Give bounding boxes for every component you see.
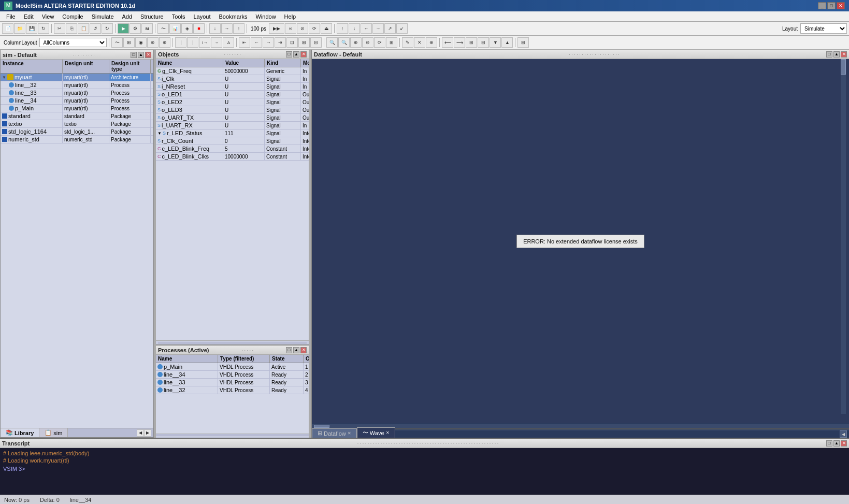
run-button[interactable]: ▶ (118, 23, 129, 34)
compile-button[interactable]: ⚙ (129, 23, 141, 34)
wave-nav7[interactable]: ⊟ (310, 37, 322, 48)
obj-row-cledblinkfreq[interactable]: Cc_LED_Blink_Freq 5 Constant Internal (156, 145, 309, 153)
menu-view[interactable]: View (38, 12, 59, 21)
end-sim-button[interactable]: ⏏ (321, 23, 332, 34)
bk4[interactable]: ⊟ (478, 37, 489, 48)
menu-simulate[interactable]: Simulate (88, 12, 118, 21)
sim-row-standard[interactable]: standard standard Package (1, 112, 153, 120)
obj-row-oled2[interactable]: So_LED2 U Signal Out (156, 98, 309, 106)
log-button[interactable]: 📊 (169, 23, 181, 34)
sim-panel-close[interactable]: ✕ (145, 52, 151, 58)
transcript-close[interactable]: ✕ (841, 440, 847, 447)
bk5[interactable]: ▼ (490, 37, 501, 48)
sim-proc-btn[interactable]: ⊛ (147, 37, 159, 48)
save-button[interactable]: 💾 (26, 23, 37, 34)
restart-button[interactable]: ⟳ (309, 23, 320, 34)
sim-log-btn[interactable]: ⊞ (123, 37, 135, 48)
proc-row-line32[interactable]: line__32 VHDL Process Ready 4 (156, 386, 309, 394)
proc-max[interactable]: ▲ (293, 347, 299, 353)
redo-button[interactable]: ↻ (102, 23, 113, 34)
edit1[interactable]: ✎ (402, 37, 413, 48)
zoom5[interactable]: ⟳ (374, 37, 385, 48)
refresh-button[interactable]: ↻ (38, 23, 49, 34)
dataflow-tab-close[interactable]: ✕ (348, 431, 351, 436)
transcript-content[interactable]: # Loading ieee.numeric_std(body) # Loadi… (0, 448, 849, 495)
wave-button[interactable]: 〜 (157, 23, 169, 34)
sim-row-line34[interactable]: line__34 myuart(rtl) Process (1, 97, 153, 105)
sim-wave-btn[interactable]: 〜 (111, 37, 123, 48)
objects-float[interactable]: □ (286, 51, 292, 57)
sim-row-stdlogic[interactable]: std_logic_1164 std_logic_1... Package (1, 128, 153, 136)
maximize-button[interactable]: □ (827, 2, 836, 9)
menu-layout[interactable]: Layout (189, 12, 214, 21)
obj-row-oled1[interactable]: So_LED1 U Signal Out (156, 91, 309, 98)
obj-row-gclkfreq[interactable]: Gg_Clk_Freq 50000000 Generic In (156, 67, 309, 75)
menu-add[interactable]: Add (118, 12, 137, 21)
close-button[interactable]: ✕ (837, 2, 845, 9)
wave-nav2[interactable]: ← (251, 37, 262, 48)
obj-row-oled3[interactable]: So_LED3 U Signal Out (156, 106, 309, 114)
sim-panel-float[interactable]: □ (131, 52, 137, 58)
sim-expand-btn[interactable]: ⊕ (159, 37, 170, 48)
zoom3[interactable]: ⊕ (350, 37, 362, 48)
proc-row-pmain[interactable]: p_Main VHDL Process Active 1 (156, 363, 309, 371)
break-button[interactable]: ⊘ (297, 23, 308, 34)
sim-panel-shrink[interactable]: ◀ (137, 429, 144, 437)
minimize-button[interactable]: _ (818, 2, 826, 9)
cursor2-btn[interactable]: | (187, 37, 198, 48)
up-button[interactable]: ↑ (337, 23, 348, 34)
df-tab-shrink[interactable]: ◀ (840, 430, 847, 438)
wave-nav4[interactable]: ⇥ (275, 37, 286, 48)
bk1[interactable]: ⟵ (442, 37, 453, 48)
transcript-max[interactable]: ▲ (833, 440, 840, 447)
left-button[interactable]: ← (361, 23, 372, 34)
obj-row-iuartrx[interactable]: Si_UART_RX U Signal In (156, 122, 309, 129)
zoom1[interactable]: 🔍 (326, 37, 338, 48)
obj-row-ouarttx[interactable]: So_UART_TX U Signal Out (156, 114, 309, 122)
cut-button[interactable]: ✂ (54, 23, 65, 34)
bk3[interactable]: ⊞ (466, 37, 477, 48)
step-in-button[interactable]: ↓ (209, 23, 221, 34)
menu-compile[interactable]: Compile (58, 12, 87, 21)
dataflow-close[interactable]: ✕ (841, 51, 847, 57)
tab-dataflow[interactable]: ⊞ Dataflow ✕ (312, 428, 357, 438)
layout-select[interactable]: Simulate Debug (800, 23, 847, 34)
menu-structure[interactable]: Structure (136, 12, 168, 21)
sim-panel-max[interactable]: ▲ (138, 52, 144, 58)
undo-button[interactable]: ↺ (90, 23, 101, 34)
step-out-button[interactable]: ↑ (233, 23, 244, 34)
zoom4[interactable]: ⊖ (362, 37, 373, 48)
paste-button[interactable]: 📋 (78, 23, 89, 34)
dataflow-max[interactable]: ▲ (833, 51, 840, 57)
wave-nav1[interactable]: ⇤ (239, 37, 250, 48)
objects-max[interactable]: ▲ (293, 51, 299, 57)
down-button[interactable]: ↓ (349, 23, 360, 34)
cursor1-btn[interactable]: | (175, 37, 186, 48)
menu-tools[interactable]: Tools (168, 12, 190, 21)
column-layout-select[interactable]: AllColumns Default (39, 38, 107, 47)
proc-close[interactable]: ✕ (300, 347, 307, 353)
menu-file[interactable]: File (2, 12, 20, 21)
proc-float[interactable]: □ (286, 347, 292, 353)
sim-tab-library[interactable]: 📚Library (1, 428, 39, 437)
right-button[interactable]: → (372, 23, 384, 34)
sim-obj-btn[interactable]: ◉ (135, 37, 147, 48)
sim-tab-sim[interactable]: 📋sim (39, 428, 68, 437)
zoom6[interactable]: ⊞ (386, 37, 397, 48)
obj-row-inreset[interactable]: Si_NReset U Signal In (156, 83, 309, 91)
new-button[interactable]: 📄 (2, 23, 13, 34)
dataflow-float[interactable]: □ (826, 51, 832, 57)
run-all-button[interactable]: ∞ (285, 23, 296, 34)
grid-btn[interactable]: ⊞ (517, 37, 529, 48)
edit3[interactable]: ⊕ (426, 37, 437, 48)
obj-row-cledblinkclks[interactable]: Cc_LED_Blink_Clks 10000000 Constant Inte… (156, 153, 309, 161)
obj-row-rclkcount[interactable]: Sr_Clk_Count 0 Signal Internal (156, 137, 309, 145)
bk6[interactable]: ▲ (501, 37, 513, 48)
run-sim-button[interactable]: ▶▶ (269, 23, 284, 34)
sim-row-pmain[interactable]: p_Main myuart(rtl) Process (1, 105, 153, 112)
prev-btn[interactable]: ↙ (396, 23, 408, 34)
zoom2[interactable]: 🔍 (338, 37, 350, 48)
wave-tab-close[interactable]: ✕ (386, 430, 390, 435)
copy-button[interactable]: ⎘ (66, 23, 77, 34)
stop-button[interactable]: ■ (193, 23, 205, 34)
